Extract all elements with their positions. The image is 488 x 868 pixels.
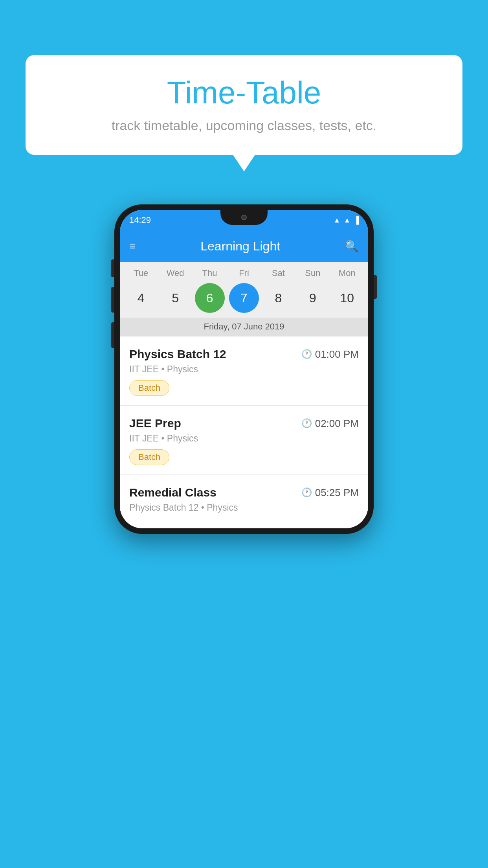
day-labels: Tue Wed Thu Fri Sat Sun Mon xyxy=(120,268,368,281)
schedule-item-3-header: Remedial Class 🕐 05:25 PM xyxy=(129,486,359,499)
day-label-wed: Wed xyxy=(160,268,190,278)
speech-bubble-container: Time-Table track timetable, upcoming cla… xyxy=(26,55,462,155)
schedule-item-3[interactable]: Remedial Class 🕐 05:25 PM Physics Batch … xyxy=(120,475,368,528)
day-10[interactable]: 10 xyxy=(332,283,362,313)
day-label-fri: Fri xyxy=(229,268,259,278)
status-bar: 14:29 ▲ ▲ ▐ xyxy=(120,210,368,230)
day-label-tue: Tue xyxy=(126,268,156,278)
wifi-icon: ▲ xyxy=(334,216,341,224)
schedule-title-1: Physics Batch 12 xyxy=(129,348,226,361)
menu-icon[interactable]: ≡ xyxy=(129,241,136,252)
calendar-header: Tue Wed Thu Fri Sat Sun Mon 4 5 6 7 8 9 … xyxy=(120,262,368,337)
clock-icon-3: 🕐 xyxy=(301,487,312,498)
day-label-thu: Thu xyxy=(195,268,225,278)
day-label-sat: Sat xyxy=(263,268,293,278)
schedule-subtitle-3: Physics Batch 12 • Physics xyxy=(129,502,359,513)
batch-tag-1[interactable]: Batch xyxy=(129,380,169,396)
day-6-today[interactable]: 6 xyxy=(195,283,225,313)
day-7-selected[interactable]: 7 xyxy=(229,283,259,313)
camera xyxy=(241,215,247,220)
day-8[interactable]: 8 xyxy=(263,283,293,313)
schedule-item-1-header: Physics Batch 12 🕐 01:00 PM xyxy=(129,348,359,361)
batch-tag-2[interactable]: Batch xyxy=(129,449,169,465)
status-icons: ▲ ▲ ▐ xyxy=(334,216,359,224)
phone-screen: 14:29 ▲ ▲ ▐ ≡ Learning Light 🔍 Tue Wed T… xyxy=(120,210,368,528)
time-value-3: 05:25 PM xyxy=(315,487,359,499)
schedule-time-3: 🕐 05:25 PM xyxy=(301,487,359,499)
schedule-item-2-header: JEE Prep 🕐 02:00 PM xyxy=(129,417,359,430)
search-icon[interactable]: 🔍 xyxy=(345,240,359,253)
signal-icon: ▲ xyxy=(343,216,350,224)
bubble-subtitle: track timetable, upcoming classes, tests… xyxy=(49,118,439,133)
day-9[interactable]: 9 xyxy=(298,283,328,313)
bubble-title: Time-Table xyxy=(49,75,439,111)
day-numbers: 4 5 6 7 8 9 10 xyxy=(120,281,368,318)
time-value-1: 01:00 PM xyxy=(315,348,359,360)
volume-down-button xyxy=(111,287,114,313)
schedule-title-2: JEE Prep xyxy=(129,417,181,430)
day-4[interactable]: 4 xyxy=(126,283,156,313)
schedule-item-1[interactable]: Physics Batch 12 🕐 01:00 PM IIT JEE • Ph… xyxy=(120,337,368,406)
day-label-mon: Mon xyxy=(332,268,362,278)
schedule-time-1: 🕐 01:00 PM xyxy=(301,348,359,360)
schedule-list: Physics Batch 12 🕐 01:00 PM IIT JEE • Ph… xyxy=(120,337,368,528)
silent-button xyxy=(111,322,114,348)
schedule-item-2[interactable]: JEE Prep 🕐 02:00 PM IIT JEE • Physics Ba… xyxy=(120,406,368,475)
notch xyxy=(220,210,268,225)
schedule-subtitle-1: IIT JEE • Physics xyxy=(129,364,359,375)
power-button xyxy=(374,275,377,299)
selected-date-label: Friday, 07 June 2019 xyxy=(120,318,368,337)
battery-icon: ▐ xyxy=(354,216,359,224)
time-value-2: 02:00 PM xyxy=(315,417,359,430)
status-time: 14:29 xyxy=(129,215,151,225)
clock-icon-2: 🕐 xyxy=(301,418,312,428)
speech-bubble: Time-Table track timetable, upcoming cla… xyxy=(26,55,462,155)
day-label-sun: Sun xyxy=(298,268,328,278)
clock-icon-1: 🕐 xyxy=(301,349,312,359)
volume-up-button xyxy=(111,259,114,277)
app-title: Learning Light xyxy=(136,239,345,254)
schedule-title-3: Remedial Class xyxy=(129,486,216,499)
day-5[interactable]: 5 xyxy=(160,283,190,313)
schedule-subtitle-2: IIT JEE • Physics xyxy=(129,433,359,444)
schedule-time-2: 🕐 02:00 PM xyxy=(301,417,359,430)
app-bar: ≡ Learning Light 🔍 xyxy=(120,230,368,262)
phone-frame: 14:29 ▲ ▲ ▐ ≡ Learning Light 🔍 Tue Wed T… xyxy=(114,204,374,534)
